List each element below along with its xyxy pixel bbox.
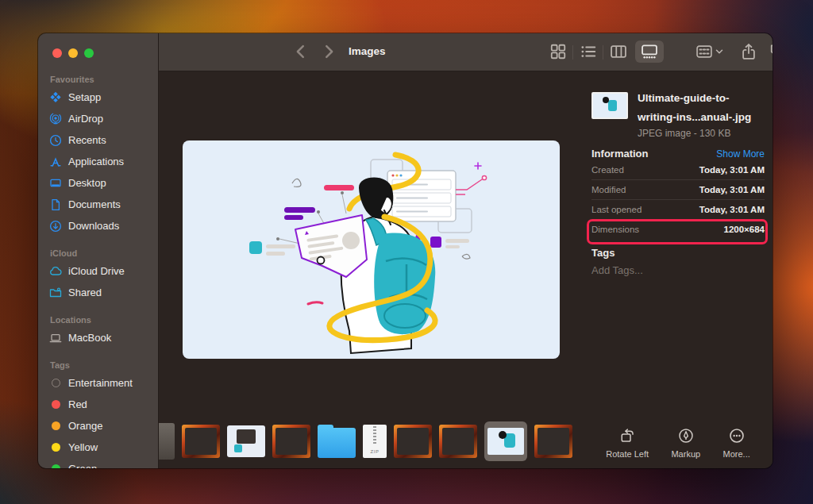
rotate-left-button[interactable]: Rotate Left <box>606 428 649 459</box>
sidebar-item-desktop[interactable]: Desktop <box>38 172 158 194</box>
thumbnail[interactable] <box>227 425 265 457</box>
ellipsis-circle-icon <box>729 428 745 444</box>
thumbnail[interactable] <box>272 425 310 458</box>
info-label: Dimensions <box>591 225 639 234</box>
sidebar-item-label: Entertainment <box>68 377 133 389</box>
sidebar-item-icloud-drive[interactable]: iCloud Drive <box>38 260 158 282</box>
action-label: Rotate Left <box>606 449 649 459</box>
thumbnail[interactable] <box>439 425 477 458</box>
download-icon <box>49 220 62 233</box>
forward-button[interactable] <box>320 43 337 60</box>
group-by-button[interactable] <box>695 43 713 60</box>
tag-circle-icon <box>52 400 60 409</box>
minimize-button[interactable] <box>68 48 78 58</box>
cloud-icon <box>49 265 62 278</box>
share-button[interactable] <box>740 43 757 60</box>
thumbnail-image <box>538 428 569 455</box>
folder-thumbnail[interactable] <box>318 428 356 458</box>
sidebar-item-label: Documents <box>68 198 121 210</box>
thumbnail-image <box>397 428 429 455</box>
thumbnail[interactable] <box>159 423 175 460</box>
sidebar-section-title: Locations <box>50 315 158 325</box>
thumbnail[interactable] <box>394 425 432 458</box>
illustration-person-with-backpack <box>183 140 560 359</box>
markup-button[interactable]: Markup <box>671 428 700 459</box>
sidebar-item-label: Desktop <box>68 177 106 189</box>
thumbnail-image <box>487 428 524 455</box>
file-header: Ultimate-guide-to-writing-ins...anual-.j… <box>591 89 766 139</box>
sidebar-item-label: Downloads <box>68 220 119 232</box>
window-title: Images <box>349 45 386 57</box>
sidebar-item-applications[interactable]: Applications <box>38 151 158 172</box>
quick-actions: Rotate Left Markup More... <box>584 428 773 459</box>
tag-circle-icon <box>52 443 60 452</box>
sidebar-item-recents[interactable]: Recents <box>38 129 158 151</box>
sidebar-section-title: Tags <box>50 360 158 370</box>
sidebar-item-setapp[interactable]: Setapp <box>38 87 158 108</box>
thumbnail[interactable] <box>182 425 220 458</box>
gallery-main: ZIP <box>159 71 584 468</box>
sidebar-item-shared[interactable]: Shared <box>38 282 158 303</box>
thumbnail-image <box>185 428 217 455</box>
information-rows: Created Today, 3:01 AM Modified Today, 3… <box>591 160 765 239</box>
chevron-left-icon <box>292 43 310 60</box>
sidebar-item-label: Shared <box>68 287 102 298</box>
info-value: 1200×684 <box>724 225 765 234</box>
applications-icon <box>49 156 62 168</box>
sidebar-item-label: Green <box>68 463 97 468</box>
sidebar-section-title: iCloud <box>50 248 158 258</box>
tags-title: Tags <box>591 247 615 259</box>
column-view-button[interactable] <box>610 43 627 60</box>
zip-thumbnail[interactable]: ZIP <box>363 425 387 458</box>
info-value: Today, 3:01 AM <box>699 185 765 194</box>
close-button[interactable] <box>52 48 62 58</box>
image-preview[interactable] <box>183 140 560 359</box>
information-title: Information <box>591 148 649 160</box>
sidebar: Favourites Setapp AirDrop Recents Applic… <box>38 33 159 468</box>
list-view-button[interactable] <box>580 43 597 60</box>
finder-window: Favourites Setapp AirDrop Recents Applic… <box>38 33 773 468</box>
sidebar-item-label: Yellow <box>68 441 98 453</box>
sidebar-item-macbook[interactable]: MacBook <box>38 327 158 348</box>
icon-view-button[interactable] <box>549 43 567 60</box>
shared-folder-icon <box>49 287 62 299</box>
gallery-view-icon <box>641 43 658 60</box>
sidebar-item-label: Recents <box>68 134 106 146</box>
info-row-created: Created Today, 3:01 AM <box>591 160 765 179</box>
thumbnail[interactable] <box>534 425 572 458</box>
sidebar-item-documents[interactable]: Documents <box>38 194 158 215</box>
sidebar-item-tag-orange[interactable]: Orange <box>38 415 158 437</box>
airdrop-icon <box>49 113 62 125</box>
back-button[interactable] <box>292 43 310 60</box>
more-button[interactable]: More... <box>723 428 750 459</box>
tag-button[interactable] <box>769 43 773 60</box>
share-icon <box>740 43 757 60</box>
sidebar-item-label: iCloud Drive <box>68 265 125 277</box>
column-view-icon <box>610 43 627 60</box>
chevron-right-icon <box>320 43 337 60</box>
sidebar-item-tag-yellow[interactable]: Yellow <box>38 437 158 458</box>
thumbnail-image <box>275 428 307 455</box>
information-header: Information Show More <box>591 148 765 160</box>
group-by-icon <box>695 43 713 60</box>
add-tags-field[interactable]: Add Tags... <box>591 264 643 276</box>
info-row-dimensions: Dimensions 1200×684 <box>591 219 765 239</box>
group-by-chevron[interactable] <box>714 43 725 60</box>
sidebar-item-label: Setapp <box>68 91 101 103</box>
gallery-view-button[interactable] <box>641 43 658 60</box>
laptop-icon <box>49 332 62 344</box>
rotate-left-icon <box>619 428 635 444</box>
sidebar-item-tag-entertainment[interactable]: Entertainment <box>38 372 158 394</box>
sidebar-section-title: Favourites <box>50 75 158 84</box>
info-label: Modified <box>591 185 626 194</box>
sidebar-item-airdrop[interactable]: AirDrop <box>38 108 158 129</box>
info-row-modified: Modified Today, 3:01 AM <box>591 179 765 199</box>
selected-thumbnail[interactable] <box>484 421 527 461</box>
show-more-link[interactable]: Show More <box>716 148 765 160</box>
sidebar-item-downloads[interactable]: Downloads <box>38 215 158 237</box>
sidebar-item-tag-green[interactable]: Green <box>38 458 158 468</box>
zoom-button[interactable] <box>84 48 94 58</box>
info-value: Today, 3:01 AM <box>699 205 765 214</box>
sidebar-item-tag-red[interactable]: Red <box>38 394 158 415</box>
info-panel: Ultimate-guide-to-writing-ins...anual-.j… <box>584 71 773 468</box>
